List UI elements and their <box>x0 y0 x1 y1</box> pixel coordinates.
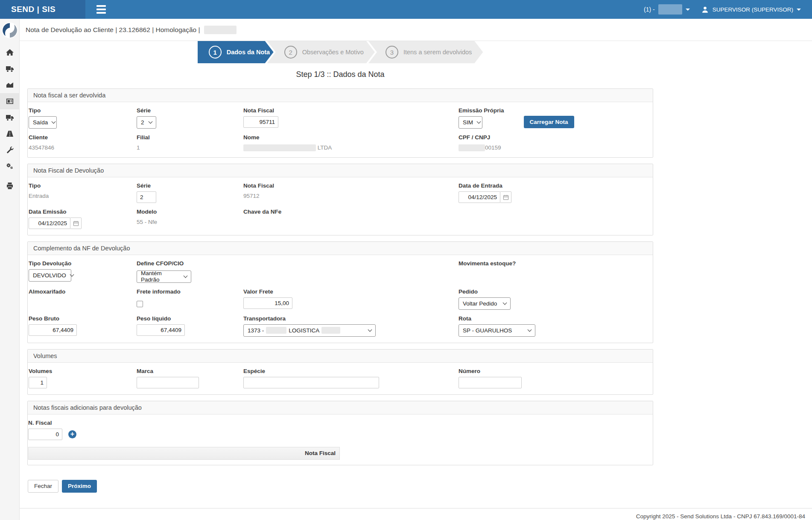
valor-frete-input[interactable] <box>243 297 292 309</box>
cliente-value: 43547846 <box>29 144 131 151</box>
sidebar-item-home[interactable] <box>0 44 20 61</box>
section-nota-devolvida: Nota fiscal a ser devolvida Tipo Saída S… <box>27 88 653 158</box>
fechar-button[interactable]: Fechar <box>28 480 58 493</box>
nota-fiscal-value: 95712 <box>243 193 453 199</box>
marca-input[interactable] <box>137 377 199 388</box>
printer-icon <box>6 182 14 190</box>
section-complemento: Complemento da NF de Devolução Tipo Devo… <box>27 241 653 343</box>
chart-icon <box>6 81 14 89</box>
user-icon <box>701 6 709 14</box>
nome-suffix: LTDA <box>318 144 332 151</box>
modelo-label: Modelo <box>137 209 237 215</box>
sidebar-item-transport[interactable] <box>0 109 20 126</box>
data-emissao-input[interactable] <box>29 217 70 229</box>
volumes-input[interactable] <box>29 377 47 388</box>
cfop-value: Mantém Padrão <box>141 270 180 283</box>
filial-label: Filial <box>137 134 237 141</box>
modelo-value: 55 - Nfe <box>137 219 237 225</box>
peso-bruto-label: Peso Bruto <box>29 315 131 322</box>
sidebar-item-settings[interactable] <box>0 158 20 174</box>
wizard-step-1[interactable]: 1 Dados da Nota <box>198 41 274 63</box>
chave-nfe-label: Chave da NFe <box>243 209 453 215</box>
chevron-down-icon <box>503 300 507 305</box>
data-entrada-input[interactable] <box>459 191 500 203</box>
transportadora-select[interactable]: 1373 - LOGISTICA <box>243 324 376 337</box>
sidebar-item-shipping[interactable] <box>0 61 20 77</box>
nota-fiscal-input[interactable] <box>243 116 278 128</box>
wrench-icon <box>6 146 14 154</box>
transportadora-mid: LOGISTICA <box>289 327 319 334</box>
notas-table-header-label: Nota Fiscal <box>305 450 336 456</box>
step-label: Dados da Nota <box>227 49 270 56</box>
main-area: Nota de Devolução ao Cliente | 23.126862… <box>20 19 812 520</box>
section-title: Notas fiscais adicionais para devolução <box>28 401 653 414</box>
env-indicator-label: (1) - <box>644 6 655 13</box>
road-icon <box>6 129 14 138</box>
serie-label: Série <box>137 182 237 189</box>
section-nota-devolucao: Nota Fiscal de Devolução Tipo Entrada Sé… <box>27 164 653 235</box>
serie-select[interactable]: 2 <box>137 116 156 129</box>
numero-input[interactable] <box>459 377 522 388</box>
caret-down-icon <box>686 9 690 11</box>
frete-informado-checkbox[interactable] <box>137 301 143 307</box>
step-number: 1 <box>209 46 222 59</box>
sidebar-item-print[interactable] <box>0 178 20 194</box>
proximo-button[interactable]: Próximo <box>62 480 97 493</box>
tipo-label: Tipo <box>29 107 131 114</box>
section-volumes: Volumes Volumes Marca Espécie <box>27 349 653 395</box>
cfop-select[interactable]: Mantém Padrão <box>137 270 191 283</box>
wizard-step-3[interactable]: 3 Itens a serem devolvidos <box>368 41 483 63</box>
carregar-nota-button[interactable]: Carregar Nota <box>524 116 574 128</box>
serie-input[interactable] <box>137 191 156 203</box>
wizard-step-2[interactable]: 2 Observações e Motivo <box>267 41 375 63</box>
calendar-button[interactable] <box>70 217 82 229</box>
chevron-down-icon <box>477 120 481 124</box>
section-notas-adicionais: Notas fiscais adicionais para devolução … <box>27 401 653 465</box>
serie-select-value: 2 <box>141 119 144 126</box>
env-selector[interactable]: (1) - <box>644 4 690 15</box>
marca-label: Marca <box>137 368 237 374</box>
tipo-devolucao-select[interactable]: DEVOLVIDO <box>29 269 71 282</box>
serie-label: Série <box>137 107 237 114</box>
sidebar <box>0 19 20 520</box>
data-emissao-label: Data Emissão <box>29 209 131 215</box>
truck-icon <box>6 65 14 73</box>
chevron-down-icon <box>184 273 188 278</box>
emissao-propria-select[interactable]: SIM <box>459 116 482 129</box>
filial-value: 1 <box>137 144 237 151</box>
calendar-icon <box>73 220 79 227</box>
redacted-transportadora <box>266 327 286 334</box>
add-nota-button[interactable]: + <box>68 430 76 438</box>
rota-select[interactable]: SP - GUARULHOS <box>459 324 535 337</box>
step-number: 3 <box>386 46 398 59</box>
user-name-label: SUPERVISOR (SUPERVISOR) <box>713 6 793 13</box>
redacted-cnpj <box>459 144 485 151</box>
notas-table-header: Nota Fiscal <box>28 447 340 460</box>
cliente-label: Cliente <box>29 134 131 141</box>
sidebar-item-tools[interactable] <box>0 142 20 158</box>
especie-input[interactable] <box>243 377 379 388</box>
nota-fiscal-label: Nota Fiscal <box>243 107 453 114</box>
peso-bruto-input[interactable] <box>29 324 77 336</box>
chevron-down-icon <box>528 327 532 332</box>
pedido-select[interactable]: Voltar Pedido <box>459 297 511 310</box>
user-menu[interactable]: SUPERVISOR (SUPERVISOR) <box>701 6 801 14</box>
peso-liquido-input[interactable] <box>137 324 185 336</box>
calendar-icon <box>502 194 509 201</box>
sidebar-item-reports[interactable] <box>0 77 20 93</box>
tipo-select[interactable]: Saída <box>29 116 57 129</box>
menu-toggle-icon[interactable] <box>91 0 112 19</box>
sidebar-item-routes[interactable] <box>0 126 20 142</box>
copyright-text: Copyright 2025 - Send Solutions Ltda - C… <box>636 513 805 520</box>
calendar-button[interactable] <box>500 191 511 203</box>
data-entrada-label: Data de Entrada <box>459 182 656 189</box>
sidebar-item-invoices[interactable] <box>0 93 20 109</box>
almoxarifado-label: Almoxarifado <box>29 288 131 295</box>
pedido-label: Pedido <box>459 288 656 295</box>
cfop-label: Define CFOP/CIO <box>137 260 237 267</box>
nome-value: LTDA <box>243 144 453 151</box>
step-number: 2 <box>284 46 297 59</box>
truck-icon <box>6 113 14 122</box>
n-fiscal-input[interactable] <box>28 429 62 440</box>
footer: Copyright 2025 - Send Solutions Ltda - C… <box>20 508 812 520</box>
